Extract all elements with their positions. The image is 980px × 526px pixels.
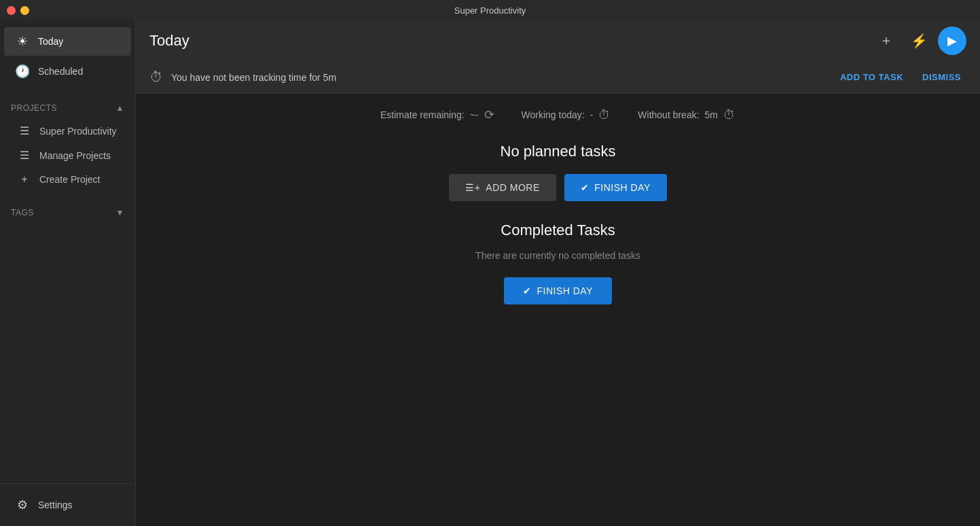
clock-icon: 🕐 — [15, 64, 30, 79]
no-tasks-section: No planned tasks ☰+ ADD MORE ✔ FINISH DA… — [149, 143, 966, 201]
sun-icon: ☀ — [15, 34, 30, 49]
lightning-icon: ⚡ — [911, 33, 928, 49]
settings-label: Settings — [38, 499, 73, 510]
chevron-down-icon: ▼ — [116, 208, 124, 217]
sidebar-item-super-productivity[interactable]: ☰ Super Productivity — [4, 119, 131, 143]
timer-icon: ⏱ — [149, 69, 163, 85]
manage-icon: ☰ — [18, 149, 31, 162]
sidebar-item-manage-projects[interactable]: ☰ Manage Projects — [4, 143, 131, 167]
completed-section: Completed Tasks There are currently no c… — [149, 222, 966, 304]
estimate-value: ~- — [470, 109, 479, 120]
sidebar-item-scheduled[interactable]: 🕐 Scheduled — [4, 57, 131, 86]
break-icon: ⏱ — [723, 108, 736, 122]
sidebar-footer: ⚙ Settings — [0, 483, 135, 526]
sidebar-scheduled-label: Scheduled — [38, 66, 83, 77]
sidebar: ☀ Today 🕐 Scheduled Projects ▲ ☰ Super P… — [0, 20, 136, 526]
tags-label: Tags — [11, 208, 34, 217]
break-label: Without break: — [638, 109, 699, 120]
page-title: Today — [149, 32, 873, 50]
tags-header[interactable]: Tags ▼ — [0, 203, 135, 223]
checkmark-bottom-icon: ✔ — [523, 285, 532, 296]
tags-section: Tags ▼ — [0, 197, 135, 228]
finish-day-button-top[interactable]: ✔ FINISH DAY — [564, 174, 667, 201]
main-content: Today ＋ ⚡ ▶ ⏱ You have not been tracking… — [136, 20, 980, 526]
add-more-icon: ☰+ — [465, 182, 480, 193]
estimate-stat: Estimate remaining: ~- ⟳ — [380, 107, 494, 122]
projects-label: Projects — [11, 103, 57, 113]
completed-subtitle: There are currently no completed tasks — [149, 250, 966, 261]
finish-day-bottom-label: FINISH DAY — [537, 285, 593, 296]
project-super-productivity-label: Super Productivity — [39, 126, 117, 137]
estimate-label: Estimate remaining: — [380, 109, 465, 120]
finish-day-label: FINISH DAY — [594, 182, 651, 193]
dismiss-button[interactable]: DISMISS — [917, 69, 966, 85]
window-controls — [7, 6, 29, 15]
estimate-icon: ⟳ — [484, 107, 494, 122]
chevron-up-icon: ▲ — [116, 103, 124, 113]
app-body: ☀ Today 🕐 Scheduled Projects ▲ ☰ Super P… — [0, 20, 980, 526]
stats-bar: Estimate remaining: ~- ⟳ Working today: … — [149, 107, 966, 122]
finish-day-button-bottom[interactable]: ✔ FINISH DAY — [504, 277, 612, 304]
no-tasks-title: No planned tasks — [149, 143, 966, 160]
minimize-button[interactable] — [20, 6, 29, 15]
play-icon: ▶ — [947, 33, 957, 48]
add-to-task-button[interactable]: ADD TO TASK — [835, 69, 909, 85]
sidebar-item-today[interactable]: ☀ Today — [4, 27, 131, 56]
gear-icon: ⚙ — [15, 497, 30, 512]
working-label: Working today: — [522, 109, 585, 120]
sidebar-item-create-project[interactable]: + Create Project — [4, 168, 131, 191]
manage-projects-label: Manage Projects — [39, 150, 111, 161]
working-icon: ⏱ — [598, 108, 611, 122]
projects-header[interactable]: Projects ▲ — [0, 98, 135, 118]
add-more-label: ADD MORE — [486, 182, 539, 193]
notification-text: You have not been tracking time for 5m — [171, 72, 827, 83]
titlebar: Super Productivity — [0, 0, 980, 20]
working-value: - — [590, 109, 594, 120]
sidebar-today-label: Today — [38, 36, 63, 47]
list-icon: ☰ — [18, 124, 31, 137]
sidebar-item-settings[interactable]: ⚙ Settings — [4, 491, 131, 519]
content-area: Estimate remaining: ~- ⟳ Working today: … — [136, 94, 980, 526]
action-buttons: ☰+ ADD MORE ✔ FINISH DAY — [149, 174, 966, 201]
play-button[interactable]: ▶ — [938, 27, 966, 55]
plus-icon: + — [18, 173, 31, 186]
header-actions: ＋ ⚡ ▶ — [873, 27, 966, 55]
add-task-button[interactable]: ＋ — [873, 27, 900, 54]
titlebar-title: Super Productivity — [454, 5, 526, 16]
break-value: 5m — [705, 109, 718, 120]
sidebar-nav: ☀ Today 🕐 Scheduled — [0, 20, 135, 92]
break-stat: Without break: 5m ⏱ — [638, 108, 736, 122]
main-header: Today ＋ ⚡ ▶ — [136, 20, 980, 61]
plus-icon: ＋ — [879, 31, 893, 50]
create-project-label: Create Project — [39, 174, 100, 185]
projects-section: Projects ▲ ☰ Super Productivity ☰ Manage… — [0, 92, 135, 197]
lightning-button[interactable]: ⚡ — [905, 27, 932, 54]
notification-bar: ⏱ You have not been tracking time for 5m… — [136, 61, 980, 94]
add-more-button[interactable]: ☰+ ADD MORE — [449, 174, 556, 201]
completed-title: Completed Tasks — [149, 222, 966, 239]
checkmark-icon: ✔ — [581, 182, 589, 193]
working-stat: Working today: - ⏱ — [522, 108, 611, 122]
close-button[interactable] — [7, 6, 16, 15]
